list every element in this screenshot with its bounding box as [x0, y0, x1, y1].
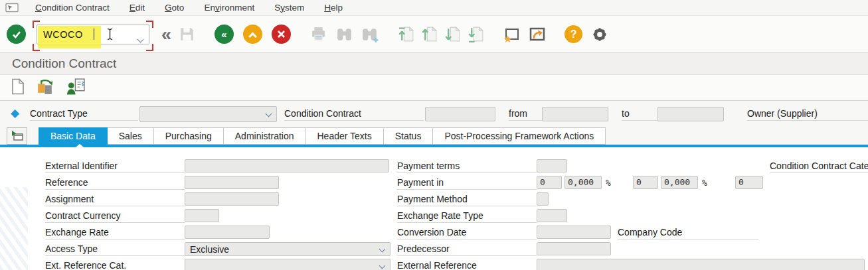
- payment-method-input[interactable]: [537, 192, 549, 206]
- tab-status[interactable]: Status: [384, 127, 434, 145]
- payment-in-percent1-input[interactable]: 0,000: [564, 176, 602, 189]
- reference-label: Reference: [45, 176, 185, 190]
- payment-in-days1-input[interactable]: 0: [537, 176, 562, 189]
- contract-currency-input[interactable]: [185, 209, 219, 222]
- contract-type-select[interactable]: [139, 106, 277, 122]
- external-reference-label: External Reference: [397, 259, 537, 270]
- tab-header-texts[interactable]: Header Texts: [305, 127, 383, 145]
- menu-help[interactable]: Help: [314, 0, 353, 16]
- from-label: from: [509, 107, 542, 121]
- menu-goto[interactable]: Goto: [155, 0, 194, 16]
- background-watermark: [0, 187, 28, 270]
- tab-sales[interactable]: Sales: [108, 127, 154, 145]
- to-label: to: [622, 107, 657, 121]
- chevron-down-icon: [379, 263, 386, 269]
- expand-header-button[interactable]: [7, 127, 27, 145]
- ext-reference-cat-label: Ext. Reference Cat.: [45, 259, 185, 270]
- save-button[interactable]: [178, 25, 196, 43]
- external-identifier-label: External Identifier: [45, 159, 185, 173]
- menu-edit[interactable]: Edit: [120, 0, 155, 16]
- from-input[interactable]: [542, 107, 608, 121]
- collapse-toolbar-icon[interactable]: «: [161, 26, 171, 43]
- payment-in-days1-value: 0: [537, 176, 561, 188]
- ibeam-cursor-icon: [106, 28, 114, 40]
- menu-environment[interactable]: Environment: [194, 0, 264, 16]
- to-input[interactable]: [657, 107, 724, 121]
- continue-button[interactable]: [7, 25, 26, 44]
- printer-icon: [309, 25, 327, 43]
- conversion-date-input[interactable]: [537, 226, 611, 239]
- chevron-up-icon: [248, 33, 257, 41]
- percent-sign: %: [606, 178, 611, 188]
- tab-basic-data[interactable]: Basic Data: [39, 127, 108, 145]
- title-bar: Condition Contract: [0, 53, 868, 75]
- assignment-label: Assignment: [45, 192, 185, 206]
- copy-condition-contract-button[interactable]: [36, 78, 55, 98]
- reference-input[interactable]: [185, 176, 279, 189]
- focus-mark: [146, 21, 153, 28]
- assignment-input[interactable]: [185, 192, 279, 206]
- tab-administration[interactable]: Administration: [224, 127, 306, 145]
- company-code-label: Company Code: [618, 226, 758, 239]
- question-mark-icon: ?: [570, 29, 577, 40]
- payment-in-days2-input[interactable]: 0: [633, 176, 658, 189]
- access-type-select[interactable]: Exclusive: [185, 242, 391, 256]
- previous-page-button[interactable]: [421, 25, 438, 43]
- back-button[interactable]: «: [215, 25, 234, 44]
- tab-purchasing[interactable]: Purchasing: [154, 127, 224, 145]
- menu-bar: Condition ContractEditGotoEnvironmentSys…: [0, 0, 868, 16]
- first-page-button[interactable]: [398, 25, 414, 43]
- exchange-rate-type-label: Exchange Rate Type: [397, 209, 537, 223]
- owner-supplier-label: Owner (Supplier): [747, 107, 868, 121]
- next-page-button[interactable]: [444, 25, 461, 43]
- command-field-wrap: WCOCO: [37, 25, 149, 44]
- focus-mark: [33, 21, 40, 28]
- access-type-value: Exclusive: [185, 243, 390, 257]
- external-identifier-input[interactable]: [185, 159, 389, 172]
- help-button[interactable]: ?: [564, 25, 582, 43]
- command-value: WCOCO: [37, 29, 83, 40]
- person-list-icon: [66, 78, 86, 96]
- payment-in-days3-input[interactable]: 0: [735, 176, 763, 189]
- shortcut-arrow-icon: [528, 26, 546, 42]
- star-icon: ★: [503, 34, 512, 44]
- last-page-button[interactable]: [468, 25, 484, 43]
- customize-layout-button[interactable]: [590, 25, 609, 44]
- system-menu-icon[interactable]: [5, 3, 19, 13]
- find-button[interactable]: [335, 25, 353, 43]
- menubar-items: Condition ContractEditGotoEnvironmentSys…: [25, 0, 353, 16]
- page-title: Condition Contract: [0, 56, 116, 71]
- floppy-disk-icon: [178, 25, 196, 43]
- focus-mark: [33, 44, 40, 51]
- menu-condition-contract[interactable]: Condition Contract: [25, 0, 120, 16]
- create-condition-contract-button[interactable]: [10, 78, 25, 98]
- tab-ppf-actions[interactable]: Post-Processing Framework Actions: [433, 127, 606, 145]
- exit-button[interactable]: [243, 25, 262, 44]
- condition-contract-category-label: Condition Contract Cate: [770, 159, 868, 173]
- conversion-date-label: Conversion Date: [397, 226, 537, 239]
- exchange-rate-input[interactable]: [185, 226, 270, 239]
- find-next-button[interactable]: [361, 25, 379, 43]
- chevron-down-icon: [266, 111, 272, 117]
- create-shortcut-button[interactable]: [528, 26, 546, 42]
- page-first-icon: [398, 25, 414, 43]
- payment-method-label: Payment Method: [397, 192, 537, 206]
- business-partner-button[interactable]: [66, 78, 86, 98]
- cancel-button[interactable]: [272, 25, 291, 44]
- external-reference-input[interactable]: [537, 259, 865, 270]
- menu-system[interactable]: System: [264, 0, 314, 16]
- condition-contract-input[interactable]: [425, 107, 495, 121]
- predecessor-input[interactable]: [537, 242, 611, 255]
- tab-row: Basic DataSalesPurchasingAdministrationH…: [0, 127, 868, 147]
- exchange-rate-type-input[interactable]: [537, 209, 567, 222]
- print-button[interactable]: [309, 25, 327, 43]
- command-dropdown-icon[interactable]: [138, 33, 143, 44]
- new-session-button[interactable]: ★: [503, 27, 520, 42]
- payment-in-percent2-value: 0,000: [661, 176, 697, 188]
- condition-contract-label: Condition Contract: [284, 107, 424, 121]
- payment-in-percent2-input[interactable]: 0,000: [661, 176, 698, 189]
- payment-in-days3-value: 0: [736, 176, 762, 188]
- ext-reference-cat-select[interactable]: [185, 259, 391, 270]
- payment-terms-input[interactable]: [537, 159, 567, 172]
- contract-currency-label: Contract Currency: [45, 209, 185, 223]
